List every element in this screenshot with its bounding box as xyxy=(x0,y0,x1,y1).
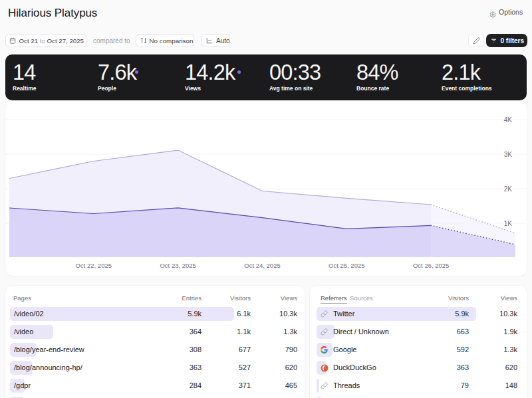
svg-text:Oct 25, 2025: Oct 25, 2025 xyxy=(329,262,364,269)
svg-text:Oct 24, 2025: Oct 24, 2025 xyxy=(244,262,280,269)
svg-text:Oct 26, 2025: Oct 26, 2025 xyxy=(413,262,449,269)
svg-text:Oct 23, 2025: Oct 23, 2025 xyxy=(160,262,196,269)
svg-text:1K: 1K xyxy=(504,220,513,227)
svg-text:2K: 2K xyxy=(504,185,513,193)
svg-text:3K: 3K xyxy=(504,151,513,158)
svg-text:Oct 22, 2025: Oct 22, 2025 xyxy=(76,262,112,269)
svg-text:4K: 4K xyxy=(504,116,513,124)
